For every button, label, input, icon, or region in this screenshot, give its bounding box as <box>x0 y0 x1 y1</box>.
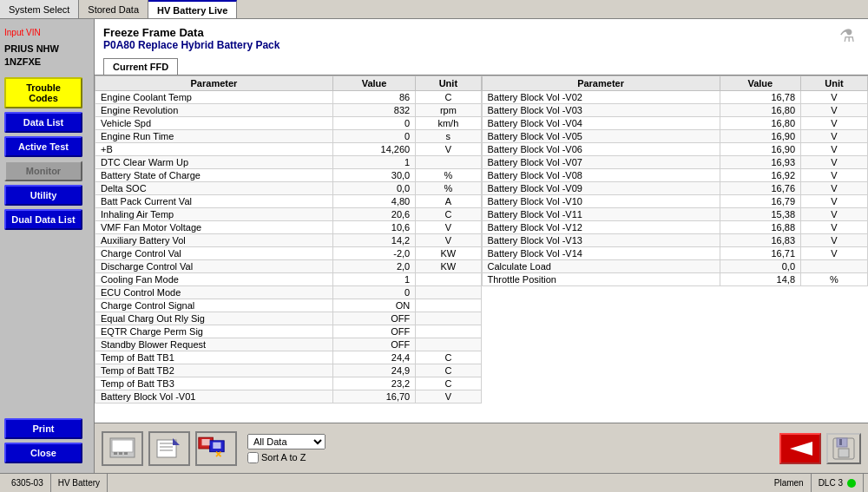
menu-hv-battery-live[interactable]: HV Battery Live <box>148 0 237 18</box>
tabs-bar: Current FFD <box>95 55 868 75</box>
value-cell: 1 <box>332 156 415 169</box>
filter-icon: ⚗ <box>839 25 855 46</box>
value-cell: 14,8 <box>720 273 800 286</box>
left-value-header: Value <box>332 76 415 91</box>
table-row: Battery Block Vol -V06 16,90 V <box>482 143 868 156</box>
unit-cell: V <box>801 91 868 104</box>
tool-button-1[interactable] <box>102 431 143 466</box>
unit-cell: V <box>801 104 868 117</box>
value-cell: 0 <box>332 130 415 143</box>
value-cell: OFF <box>332 325 415 338</box>
unit-cell: V <box>416 143 481 156</box>
unit-cell: V <box>801 234 868 247</box>
unit-cell <box>416 312 481 325</box>
value-cell: 0,0 <box>332 182 415 195</box>
connection-indicator <box>847 479 856 488</box>
value-cell: 0 <box>332 286 415 299</box>
param-cell: Batt Pack Current Val <box>95 195 333 208</box>
param-cell: Battery Block Vol -V03 <box>482 104 720 117</box>
param-cell: Engine Coolant Temp <box>95 91 333 104</box>
right-unit-header: Unit <box>801 76 868 91</box>
unit-cell: C <box>416 208 481 221</box>
svg-rect-13 <box>213 442 220 448</box>
param-cell: DTC Clear Warm Up <box>95 156 333 169</box>
unit-cell: % <box>416 182 481 195</box>
table-row: Battery Block Vol -V05 16,90 V <box>482 130 868 143</box>
value-cell: 15,38 <box>720 208 800 221</box>
back-button[interactable] <box>779 433 821 464</box>
value-cell: 86 <box>332 91 415 104</box>
svg-marker-16 <box>790 442 812 456</box>
content-area: Freeze Frame Data P0A80 Replace Hybrid B… <box>94 19 868 473</box>
svg-marker-9 <box>173 438 180 445</box>
status-code: 6305-03 <box>4 474 51 492</box>
utility-button[interactable]: Utility <box>4 185 82 206</box>
data-filter-row: All Data Changed Data Active Data <box>247 434 326 449</box>
table-row: Battery Block Vol -V08 16,92 V <box>482 169 868 182</box>
right-value-header: Value <box>720 76 800 91</box>
param-cell: VMF Fan Motor Voltage <box>95 221 333 234</box>
unit-cell: km/h <box>416 117 481 130</box>
value-cell: 4,80 <box>332 195 415 208</box>
param-cell: Standby Blower Request <box>95 338 333 351</box>
param-cell: Battery Block Vol -V10 <box>482 195 720 208</box>
unit-cell <box>416 338 481 351</box>
param-cell: Battery Block Vol -V14 <box>482 247 720 260</box>
param-cell: Battery Block Vol -V09 <box>482 182 720 195</box>
freeze-frame-title: Freeze Frame Data <box>103 26 859 39</box>
unit-cell: V <box>801 117 868 130</box>
data-filter-select[interactable]: All Data Changed Data Active Data <box>247 434 326 449</box>
save-button[interactable] <box>826 433 861 464</box>
vehicle-info: PRIUS NHW 1NZFXE <box>4 43 89 69</box>
table-row: Battery Block Vol -V04 16,80 V <box>482 117 868 130</box>
active-test-button[interactable]: Active Test <box>4 136 82 157</box>
left-unit-header: Unit <box>416 76 481 91</box>
tool-button-2[interactable] <box>148 431 190 466</box>
param-cell: Equal Charg Out Rly Sig <box>95 312 333 325</box>
param-cell: Battery Block Vol -V01 <box>95 390 333 403</box>
value-cell: 16,71 <box>720 247 800 260</box>
param-cell: Charge Control Signal <box>95 299 333 312</box>
dual-data-list-button[interactable]: Dual Data List <box>4 209 82 230</box>
svg-rect-4 <box>124 452 128 455</box>
table-row: Auxiliary Battery Vol 14,2 V <box>95 234 482 247</box>
left-table-wrapper[interactable]: Parameter Value Unit Engine Coolant Temp… <box>95 75 482 423</box>
right-param-header: Parameter <box>482 76 720 91</box>
sort-checkbox[interactable] <box>247 452 259 463</box>
param-cell: ECU Control Mode <box>95 286 333 299</box>
svg-rect-3 <box>119 452 122 455</box>
param-cell: Charge Control Val <box>95 247 333 260</box>
value-cell: -2,0 <box>332 247 415 260</box>
sort-checkbox-row: Sort A to Z <box>247 452 326 463</box>
sort-label: Sort A to Z <box>261 452 306 462</box>
unit-cell <box>801 260 868 273</box>
value-cell: 24,4 <box>332 351 415 364</box>
data-list-button[interactable]: Data List <box>4 112 82 133</box>
print-button[interactable]: Print <box>4 418 82 439</box>
right-table-wrapper[interactable]: Parameter Value Unit Battery Block Vol -… <box>482 75 869 423</box>
tab-current-ffd[interactable]: Current FFD <box>103 58 178 75</box>
value-cell: ON <box>332 299 415 312</box>
value-cell: 16,88 <box>720 221 800 234</box>
menu-bar: System Select Stored Data HV Battery Liv… <box>0 0 868 19</box>
table-row: ECU Control Mode 0 <box>95 286 482 299</box>
monitor-button[interactable]: Monitor <box>4 161 82 181</box>
value-cell: 14,2 <box>332 234 415 247</box>
param-cell: Temp of Batt TB1 <box>95 351 333 364</box>
tool-button-3[interactable] <box>195 431 237 466</box>
unit-cell <box>416 286 481 299</box>
left-param-header: Parameter <box>95 76 333 91</box>
value-cell: OFF <box>332 338 415 351</box>
param-cell: Battery Block Vol -V08 <box>482 169 720 182</box>
unit-cell: KW <box>416 260 481 273</box>
menu-system-select[interactable]: System Select <box>0 0 79 18</box>
unit-cell: C <box>416 377 481 390</box>
table-row: Cooling Fan Mode 1 <box>95 273 482 286</box>
table-row: DTC Clear Warm Up 1 <box>95 156 482 169</box>
close-button[interactable]: Close <box>4 443 82 463</box>
param-cell: Battery Block Vol -V13 <box>482 234 720 247</box>
trouble-codes-button[interactable]: Trouble Codes <box>4 77 82 108</box>
value-cell: 14,260 <box>332 143 415 156</box>
unit-cell: V <box>416 390 481 403</box>
menu-stored-data[interactable]: Stored Data <box>79 0 148 18</box>
